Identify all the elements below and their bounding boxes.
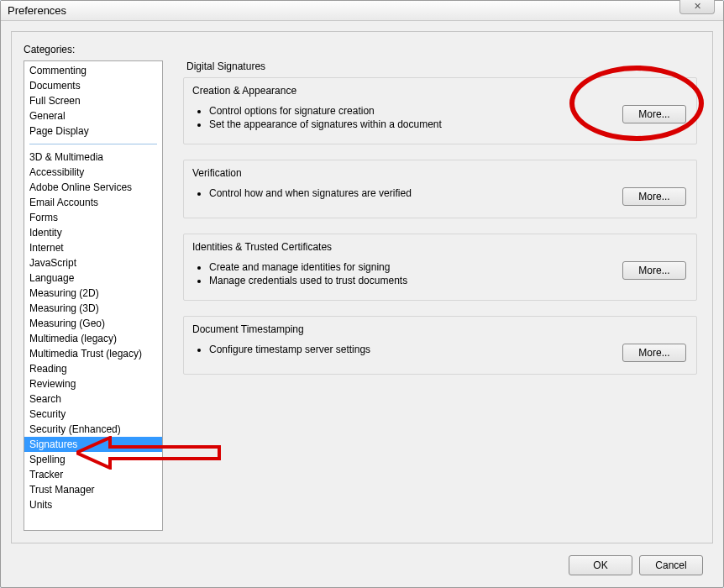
ok-button[interactable]: OK	[569, 555, 632, 575]
bullet-item: Configure timestamp server settings	[209, 344, 622, 355]
category-item[interactable]: Commenting	[24, 63, 162, 78]
category-item[interactable]: Trust Manager	[24, 482, 162, 497]
category-divider	[29, 144, 157, 144]
cancel-button[interactable]: Cancel	[639, 555, 703, 575]
more-button[interactable]: More...	[622, 344, 686, 362]
category-item[interactable]: Accessibility	[24, 165, 162, 180]
bullet-item: Control how and when signatures are veri…	[209, 187, 622, 199]
dialog-footer: OK Cancel	[569, 555, 703, 575]
category-item[interactable]: Multimedia (legacy)	[24, 331, 162, 346]
content-area: Categories: CommentingDocumentsFull Scre…	[11, 31, 713, 543]
bullet-item: Set the appearance of signatures within …	[209, 118, 622, 130]
category-item[interactable]: Adobe Online Services	[24, 180, 162, 195]
category-item[interactable]: Multimedia Trust (legacy)	[24, 346, 162, 361]
close-button[interactable]: ✕	[679, 0, 715, 14]
bullet-item: Control options for signature creation	[209, 105, 622, 117]
category-item[interactable]: JavaScript	[24, 255, 162, 270]
settings-group: Creation & AppearanceControl options for…	[183, 77, 697, 144]
category-item[interactable]: Forms	[24, 210, 162, 225]
category-item[interactable]: Spelling	[24, 452, 162, 467]
category-item[interactable]: Units	[24, 497, 162, 512]
category-item[interactable]: Signatures	[24, 437, 162, 452]
group-title: Verification	[192, 167, 683, 179]
category-item[interactable]: Reviewing	[24, 376, 162, 391]
category-item[interactable]: Email Accounts	[24, 195, 162, 210]
category-item[interactable]: 3D & Multimedia	[24, 150, 162, 165]
category-item[interactable]: Security (Enhanced)	[24, 422, 162, 437]
more-button[interactable]: More...	[622, 261, 686, 280]
category-item[interactable]: Measuring (2D)	[24, 286, 162, 301]
close-icon: ✕	[694, 1, 701, 11]
titlebar: Preferences ✕	[1, 1, 723, 21]
more-button[interactable]: More...	[622, 187, 686, 206]
group-title: Identities & Trusted Certificates	[192, 241, 683, 253]
category-item[interactable]: Full Screen	[24, 93, 162, 108]
group-bullets: Control options for signature creationSe…	[209, 105, 622, 132]
category-item[interactable]: Reading	[24, 361, 162, 376]
group-bullets: Control how and when signatures are veri…	[209, 187, 622, 201]
settings-group: VerificationControl how and when signatu…	[183, 160, 697, 218]
panel-heading: Digital Signatures	[183, 60, 697, 72]
bullet-item: Create and manage identities for signing	[209, 261, 622, 273]
settings-group: Identities & Trusted CertificatesCreate …	[183, 234, 697, 301]
category-item[interactable]: General	[24, 108, 162, 123]
settings-group: Document TimestampingConfigure timestamp…	[183, 316, 697, 375]
bullet-item: Manage credentials used to trust documen…	[209, 275, 622, 286]
category-item[interactable]: Page Display	[24, 123, 162, 139]
category-item[interactable]: Measuring (Geo)	[24, 316, 162, 331]
category-item[interactable]: Security	[24, 407, 162, 422]
category-item[interactable]: Tracker	[24, 467, 162, 482]
group-bullets: Configure timestamp server settings	[209, 344, 622, 357]
window-title: Preferences	[8, 4, 66, 17]
group-title: Creation & Appearance	[192, 85, 683, 97]
more-button[interactable]: More...	[622, 105, 686, 123]
preferences-dialog: Preferences ✕ Categories: CommentingDocu…	[0, 0, 724, 588]
main-panel: Digital Signatures Creation & Appearance…	[183, 60, 697, 531]
group-title: Document Timestamping	[192, 323, 683, 335]
category-item[interactable]: Measuring (3D)	[24, 301, 162, 316]
category-item[interactable]: Documents	[24, 78, 162, 93]
category-item[interactable]: Identity	[24, 225, 162, 240]
category-item[interactable]: Language	[24, 270, 162, 286]
category-item[interactable]: Internet	[24, 240, 162, 255]
categories-list[interactable]: CommentingDocumentsFull ScreenGeneralPag…	[24, 60, 163, 531]
categories-label: Categories:	[24, 44, 697, 55]
category-item[interactable]: Search	[24, 391, 162, 407]
group-bullets: Create and manage identities for signing…	[209, 261, 622, 288]
